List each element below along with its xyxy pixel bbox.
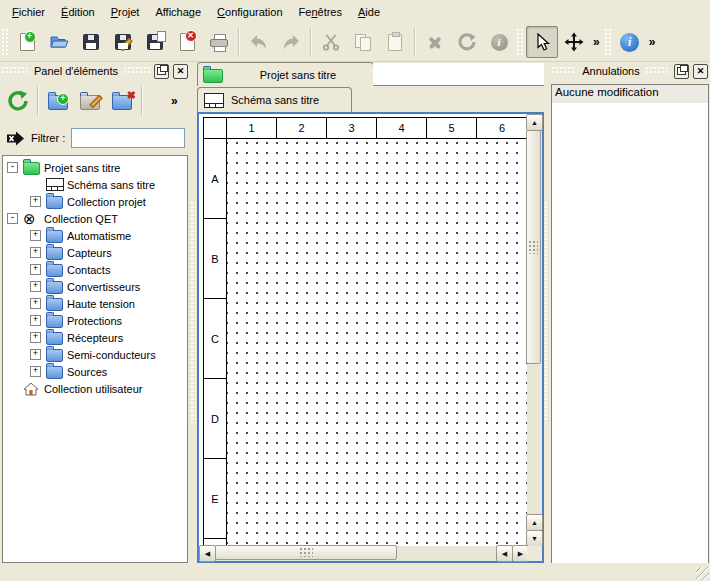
float-panel-button[interactable]: [154, 64, 169, 79]
scroll-down-button[interactable]: ▼: [526, 530, 543, 547]
menu-fichier[interactable]: Fichier: [4, 3, 53, 21]
copy-button[interactable]: [347, 26, 379, 58]
new-document-button[interactable]: +: [11, 26, 43, 58]
scissors-icon: [322, 33, 340, 51]
expand-icon[interactable]: +: [30, 230, 41, 241]
expand-icon[interactable]: +: [30, 315, 41, 326]
redo-button[interactable]: [275, 26, 307, 58]
schema-grid-area[interactable]: 1 2 3 4 5 6 A B C D E: [199, 114, 542, 561]
expand-icon[interactable]: +: [30, 332, 41, 343]
rotate-button[interactable]: [451, 26, 483, 58]
close-document-button[interactable]: ✕: [171, 26, 203, 58]
expand-icon[interactable]: +: [30, 349, 41, 360]
toolbar-overflow-button[interactable]: »: [590, 35, 603, 49]
schema-icon: [204, 93, 224, 108]
left-splitter[interactable]: [190, 62, 197, 563]
tree-item-contacts[interactable]: +Contacts: [3, 261, 187, 278]
undo-panel-title: Annulations: [580, 65, 642, 77]
expand-icon[interactable]: +: [30, 298, 41, 309]
tree-item-projet-sans-titre[interactable]: -Projet sans titre: [3, 159, 187, 176]
scroll-up-button[interactable]: ▲: [526, 514, 543, 531]
menu-configuration[interactable]: Configuration: [209, 3, 290, 21]
save-as-icon: [115, 34, 131, 50]
tree-item-collection-projet[interactable]: +Collection projet: [3, 193, 187, 210]
paste-button[interactable]: [379, 26, 411, 58]
schema-tab-bar: Schéma sans titre: [197, 86, 544, 112]
undo-button[interactable]: [243, 26, 275, 58]
info-gray-icon: i: [491, 34, 508, 51]
filter-input[interactable]: [71, 128, 185, 148]
scroll-left-button[interactable]: ◀: [496, 545, 513, 562]
tree-item-collection-qet[interactable]: -⊗Collection QET: [3, 210, 187, 227]
window-resize-grip[interactable]: [696, 567, 709, 580]
elements-panel-titlebar[interactable]: Panel d'éléments ✕: [0, 62, 190, 80]
tree-item-recepteurs[interactable]: +Récepteurs: [3, 329, 187, 346]
menu-fenetres[interactable]: Fenêtres: [291, 3, 350, 21]
about-button[interactable]: i: [614, 26, 646, 58]
tree-item-automatisme[interactable]: +Automatisme: [3, 227, 187, 244]
tree-item-convertisseurs[interactable]: +Convertisseurs: [3, 278, 187, 295]
schema-canvas[interactable]: 1 2 3 4 5 6 A B C D E: [197, 112, 544, 563]
element-infos-button[interactable]: i: [483, 26, 515, 58]
open-document-button[interactable]: [43, 26, 75, 58]
undo-history-list[interactable]: Aucune modification: [551, 84, 709, 565]
tree-item-capteurs[interactable]: +Capteurs: [3, 244, 187, 261]
expand-icon[interactable]: +: [30, 247, 41, 258]
save-all-button[interactable]: [139, 26, 171, 58]
toolbar-handle[interactable]: [605, 29, 612, 55]
save-as-button[interactable]: [107, 26, 139, 58]
toolbar-separator: [238, 29, 240, 55]
scroll-up-button[interactable]: ▲: [526, 114, 543, 131]
horizontal-scroll-thumb[interactable]: [215, 545, 397, 560]
delete-button[interactable]: [419, 26, 451, 58]
clear-filter-icon[interactable]: [6, 131, 25, 146]
tree-item-haute-tension[interactable]: +Haute tension: [3, 295, 187, 312]
delete-category-button[interactable]: ✖: [106, 85, 138, 117]
expand-icon[interactable]: +: [30, 366, 41, 377]
collapse-icon[interactable]: -: [7, 162, 18, 173]
pan-mode-button[interactable]: [558, 26, 590, 58]
close-panel-button[interactable]: ✕: [173, 64, 188, 79]
save-button[interactable]: [75, 26, 107, 58]
horizontal-scrollbar[interactable]: ◀ ◀ ▶: [199, 546, 527, 561]
tree-item-schema-sans-titre[interactable]: Schéma sans titre: [3, 176, 187, 193]
selection-mode-button[interactable]: [526, 26, 558, 58]
print-button[interactable]: [203, 26, 235, 58]
float-panel-button[interactable]: [674, 64, 689, 79]
menu-aide[interactable]: Aide: [350, 3, 388, 21]
undo-panel-titlebar[interactable]: Annulations ✕: [550, 62, 710, 80]
toolbar-handle[interactable]: [2, 29, 9, 55]
elements-tree[interactable]: -Projet sans titre Schéma sans titre +Co…: [2, 155, 188, 563]
expand-icon[interactable]: +: [30, 196, 41, 207]
tree-item-sources[interactable]: +Sources: [3, 363, 187, 380]
panel-toolbar-overflow-button[interactable]: »: [168, 94, 181, 108]
menu-edition[interactable]: Édition: [53, 3, 103, 21]
tab-schema-sans-titre[interactable]: Schéma sans titre: [197, 87, 352, 112]
new-category-button[interactable]: +: [42, 85, 74, 117]
undo-panel-dock: Annulations ✕ Aucune modification: [550, 62, 710, 581]
folder-icon: [46, 196, 63, 209]
vertical-scrollbar[interactable]: ▲ ▲ ▼: [527, 114, 542, 546]
toolbar-overflow-button[interactable]: »: [646, 35, 659, 49]
reload-collections-button[interactable]: [2, 85, 34, 117]
scroll-left-button[interactable]: ◀: [199, 545, 216, 562]
tree-item-semi-conducteurs[interactable]: +Semi-conducteurs: [3, 346, 187, 363]
tree-item-label: Contacts: [67, 264, 110, 276]
expand-icon[interactable]: +: [30, 264, 41, 275]
workspace: Projet sans titre Schéma sans titre 1 2 …: [197, 62, 544, 563]
vertical-scroll-thumb[interactable]: [526, 130, 541, 364]
menu-affichage[interactable]: Affichage: [147, 3, 209, 21]
menu-projet[interactable]: Projet: [103, 3, 148, 21]
undo-icon: [249, 33, 269, 51]
edit-category-button[interactable]: [74, 85, 106, 117]
cut-button[interactable]: [315, 26, 347, 58]
tree-item-collection-utilisateur[interactable]: Collection utilisateur: [3, 380, 187, 397]
expand-icon[interactable]: +: [30, 281, 41, 292]
close-panel-button[interactable]: ✕: [693, 64, 708, 79]
undo-list-item[interactable]: Aucune modification: [552, 85, 708, 103]
save-all-icon: [147, 34, 163, 50]
tree-item-protections[interactable]: +Protections: [3, 312, 187, 329]
collapse-icon[interactable]: -: [7, 213, 18, 224]
tab-projet-sans-titre[interactable]: Projet sans titre: [197, 62, 374, 86]
toolbar-handle[interactable]: [517, 29, 524, 55]
